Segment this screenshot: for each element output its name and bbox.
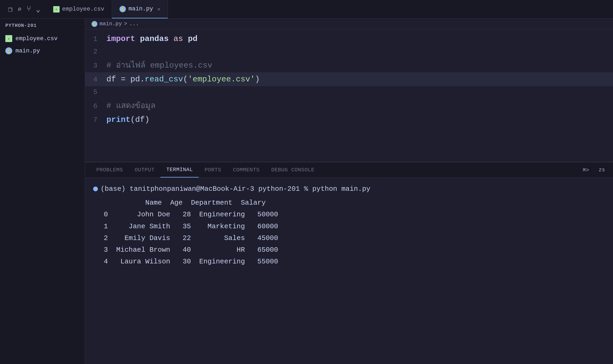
token-as: as — [173, 34, 183, 43]
token-pd: pd — [188, 34, 197, 43]
tab-close-icon[interactable]: ✕ — [157, 6, 160, 12]
terminal-panel: PROBLEMS OUTPUT TERMINAL PORTS COMMENTS … — [85, 162, 613, 364]
search-icon[interactable]: ⌕ — [17, 5, 22, 14]
token-rparen2: ) — [145, 115, 150, 124]
term-header: Name Age Department Salary — [104, 197, 605, 209]
terminal-run-icon[interactable]: ⌘> — [580, 165, 592, 175]
panel-tab-right: ⌘> zs — [580, 165, 608, 175]
term-row-2: 2 Emily Davis 22 Sales 45000 — [104, 232, 605, 244]
tab-ports[interactable]: PORTS — [199, 162, 227, 177]
copy-icon[interactable]: ❐ — [8, 5, 13, 14]
file-py-icon: 🐍 — [5, 47, 12, 54]
line-number-5: 5 — [85, 87, 104, 98]
term-row-4: 4 Laura Wilson 30 Engineering 55000 — [104, 256, 605, 267]
line-number-2: 2 — [85, 46, 104, 57]
breadcrumb-py-icon: 🐍 — [92, 21, 97, 27]
source-control-icon[interactable]: ⑂ — [27, 5, 31, 13]
line-content-6: # แสดงข้อมูล — [104, 100, 613, 112]
main-layout: PYTHON-201 ✦ employee.csv 🐍 main.py 🐍 ma… — [0, 19, 613, 364]
py-icon: 🐍 — [119, 6, 126, 12]
terminal-prompt: (base) tanitphonpaniwan@MacBook-Air-3 py… — [93, 183, 605, 195]
code-line-1: 1 import pandas as pd — [85, 32, 613, 46]
line-content-1: import pandas as pd — [104, 32, 613, 45]
tab-terminal[interactable]: TERMINAL — [160, 162, 199, 177]
tab-comments[interactable]: COMMENTS — [227, 162, 266, 177]
term-row-1: 1 Jane Smith 35 Marketing 60000 — [104, 221, 605, 232]
token-pandas: pandas — [140, 34, 169, 43]
chevron-down-icon[interactable]: ⌄ — [36, 5, 40, 14]
tab-problems[interactable]: PROBLEMS — [90, 162, 129, 177]
titlebar: ❐ ⌕ ⑂ ⌄ ✦ employee.csv 🐍 main.py ✕ — [0, 0, 613, 19]
line-content-7: print(df) — [104, 113, 613, 126]
terminal-content[interactable]: (base) tanitphonpaniwan@MacBook-Air-3 py… — [85, 178, 613, 364]
breadcrumb: 🐍 main.py > ... — [85, 19, 613, 29]
code-line-6: 6 # แสดงข้อมูล — [85, 99, 613, 113]
tab-output[interactable]: OUTPUT — [129, 162, 160, 177]
token-pd-dot: pd. — [130, 75, 145, 84]
token-comment-1: # อ่านไฟล์ employees.csv — [106, 61, 212, 70]
token-print: print — [106, 115, 130, 124]
token-df2: df — [135, 115, 145, 124]
line-content-3: # อ่านไฟล์ employees.csv — [104, 59, 613, 72]
tab-bar: ✦ employee.csv 🐍 main.py ✕ — [46, 0, 168, 18]
prompt-dot — [93, 187, 98, 191]
code-line-3: 3 # อ่านไฟล์ employees.csv — [85, 59, 613, 72]
breadcrumb-separator: > — [124, 21, 127, 27]
line-number-4: 4 — [85, 74, 104, 85]
csv-icon: ✦ — [53, 6, 60, 13]
term-table: Name Age Department Salary 0 John Doe 28… — [104, 197, 605, 267]
sidebar-title: PYTHON-201 — [0, 19, 85, 32]
line-number-7: 7 — [85, 115, 104, 126]
tab-debug-console[interactable]: DEBUG CONSOLE — [266, 162, 321, 177]
line-number-6: 6 — [85, 101, 104, 112]
breadcrumb-filename: main.py — [100, 21, 122, 27]
sidebar-item-employee-csv[interactable]: ✦ employee.csv — [0, 32, 85, 45]
sidebar-filename-csv: employee.csv — [15, 35, 57, 42]
sidebar: PYTHON-201 ✦ employee.csv 🐍 main.py — [0, 19, 85, 364]
line-number-1: 1 — [85, 34, 104, 45]
token-df: df — [106, 75, 116, 84]
tab-label-csv: employee.csv — [62, 6, 104, 13]
breadcrumb-path: ... — [129, 21, 139, 27]
titlebar-icons: ❐ ⌕ ⑂ ⌄ — [3, 5, 46, 14]
prompt-text: (base) tanitphonpaniwan@MacBook-Air-3 py… — [101, 183, 370, 195]
token-import: import — [106, 34, 135, 43]
token-comment-2: # แสดงข้อมูล — [106, 101, 155, 110]
line-content-4: df = pd.read_csv('employee.csv') — [104, 73, 613, 86]
tab-main-py[interactable]: 🐍 main.py ✕ — [112, 0, 168, 18]
editor-area: 🐍 main.py > ... 1 import pandas as pd — [85, 19, 613, 364]
token-read-csv: read_csv — [145, 75, 183, 84]
panel-tabs: PROBLEMS OUTPUT TERMINAL PORTS COMMENTS … — [85, 162, 613, 178]
token-lparen: ( — [183, 75, 188, 84]
token-string: 'employee.csv' — [188, 75, 255, 84]
term-row-3: 3 Michael Brown 40 HR 65000 — [104, 244, 605, 256]
tab-employee-csv[interactable]: ✦ employee.csv — [46, 0, 112, 18]
token-rparen: ) — [255, 75, 260, 84]
terminal-label: zs — [596, 165, 608, 175]
code-line-5: 5 — [85, 86, 613, 99]
term-row-0: 0 John Doe 28 Engineering 50000 — [104, 209, 605, 220]
line-number-3: 3 — [85, 60, 104, 72]
token-equals: = — [121, 75, 130, 84]
code-editor[interactable]: 1 import pandas as pd 2 3 — [85, 29, 613, 162]
file-csv-icon: ✦ — [5, 35, 12, 42]
sidebar-item-main-py[interactable]: 🐍 main.py — [0, 45, 85, 57]
code-line-4: 4 df = pd.read_csv('employee.csv') — [85, 72, 613, 86]
token-lparen2: ( — [130, 115, 135, 124]
code-line-7: 7 print(df) — [85, 113, 613, 127]
code-line-2: 2 — [85, 46, 613, 59]
sidebar-filename-py: main.py — [15, 48, 40, 54]
tab-label-py: main.py — [129, 6, 153, 12]
